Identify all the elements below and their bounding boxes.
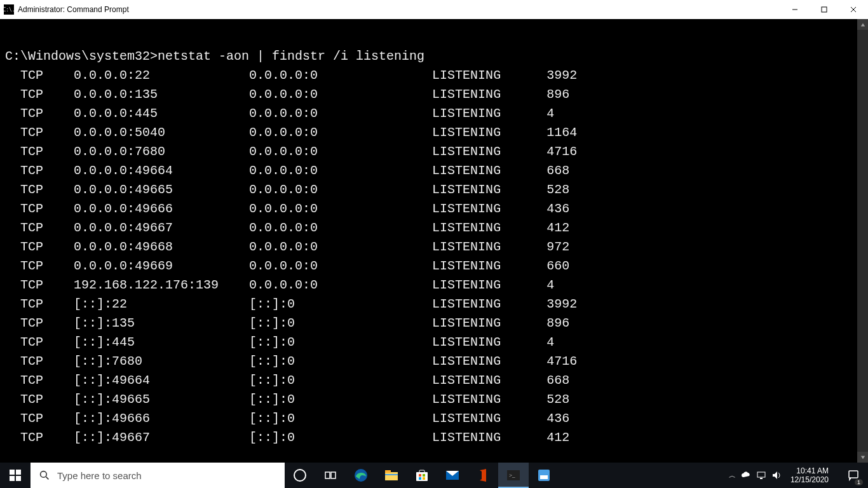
- window-title: Administrator: Command Prompt: [18, 5, 129, 14]
- taskbar: Type here to search >_ ︿ 10:41 AM 12/15/…: [0, 463, 868, 488]
- svg-marker-33: [773, 471, 777, 479]
- svg-rect-19: [416, 472, 428, 481]
- svg-rect-34: [849, 471, 858, 478]
- window-controls: [780, 0, 868, 19]
- scroll-down-button[interactable]: [857, 452, 868, 463]
- search-icon: [39, 470, 50, 480]
- notification-count: 1: [855, 479, 863, 485]
- cmd-window-icon: C:\.: [4, 4, 14, 15]
- svg-rect-1: [822, 7, 827, 12]
- edge-icon[interactable]: [346, 463, 376, 488]
- svg-rect-31: [757, 472, 765, 477]
- command-prompt-icon[interactable]: >_: [498, 463, 529, 488]
- svg-rect-24: [423, 477, 425, 480]
- onedrive-icon[interactable]: [741, 470, 751, 480]
- terminal-area[interactable]: C:\Windows\system32>netstat -aon | finds…: [0, 19, 868, 463]
- taskbar-clock[interactable]: 10:41 AM 12/15/2020: [787, 466, 832, 484]
- mail-icon[interactable]: [437, 463, 468, 488]
- system-tray[interactable]: ︿ 10:41 AM 12/15/2020: [722, 463, 839, 488]
- taskbar-spacer: [559, 463, 722, 488]
- task-view-icon[interactable]: [315, 463, 346, 488]
- scroll-up-button[interactable]: [857, 19, 868, 30]
- svg-rect-30: [540, 475, 548, 479]
- svg-rect-8: [10, 476, 15, 481]
- svg-rect-18: [385, 474, 398, 475]
- start-button[interactable]: [0, 463, 31, 488]
- network-icon[interactable]: [756, 470, 766, 480]
- cortana-icon[interactable]: [285, 463, 315, 488]
- clock-date: 12/15/2020: [790, 475, 829, 484]
- window-titlebar[interactable]: C:\. Administrator: Command Prompt: [0, 0, 868, 19]
- svg-marker-4: [860, 23, 864, 26]
- taskbar-search[interactable]: Type here to search: [31, 463, 285, 488]
- show-hidden-icons[interactable]: ︿: [729, 471, 736, 480]
- svg-rect-6: [10, 470, 15, 475]
- svg-rect-17: [385, 470, 391, 473]
- svg-rect-7: [16, 470, 21, 475]
- clock-time: 10:41 AM: [790, 466, 829, 475]
- volume-icon[interactable]: [771, 470, 782, 480]
- vertical-scrollbar[interactable]: [857, 19, 868, 463]
- svg-rect-9: [16, 476, 21, 481]
- svg-rect-21: [419, 474, 421, 477]
- minimize-button[interactable]: [780, 0, 810, 19]
- microsoft-store-icon[interactable]: [407, 463, 437, 488]
- tool-icon[interactable]: [529, 463, 559, 488]
- search-placeholder: Type here to search: [57, 470, 142, 481]
- action-center-button[interactable]: 1: [839, 463, 868, 488]
- taskbar-apps: >_: [285, 463, 559, 488]
- svg-rect-14: [331, 472, 336, 478]
- close-button[interactable]: [839, 0, 868, 19]
- svg-rect-22: [423, 474, 425, 477]
- svg-rect-13: [325, 472, 330, 478]
- office-icon[interactable]: [468, 463, 498, 488]
- svg-point-10: [41, 471, 47, 478]
- svg-point-12: [294, 470, 306, 481]
- maximize-button[interactable]: [810, 0, 839, 19]
- svg-text:>_: >_: [509, 472, 515, 478]
- svg-rect-23: [419, 477, 421, 480]
- terminal-output[interactable]: C:\Windows\system32>netstat -aon | finds…: [0, 19, 868, 447]
- titlebar-left: C:\. Administrator: Command Prompt: [0, 4, 129, 15]
- file-explorer-icon[interactable]: [376, 463, 407, 488]
- svg-rect-16: [385, 472, 398, 480]
- svg-marker-5: [860, 456, 864, 459]
- svg-line-11: [46, 477, 48, 479]
